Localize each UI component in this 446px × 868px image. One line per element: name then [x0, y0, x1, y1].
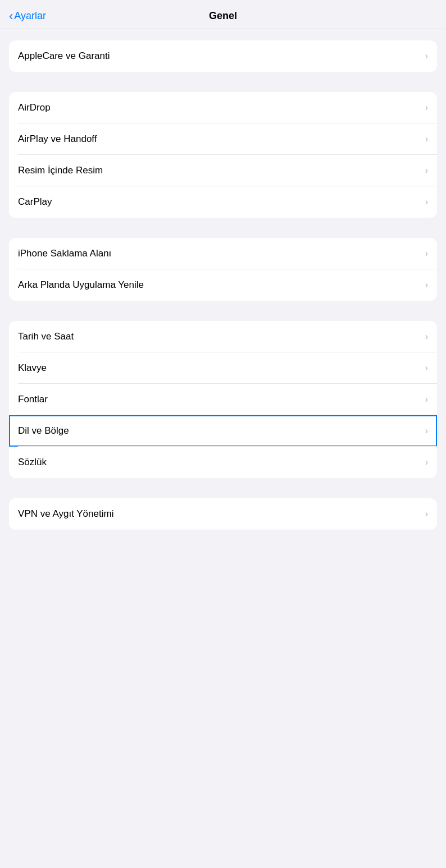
- label-dil-bolge: Dil ve Bölge: [18, 425, 69, 437]
- header: ‹ Ayarlar Genel: [0, 0, 446, 29]
- page-title: Genel: [209, 10, 237, 22]
- row-fontlar[interactable]: Fontlar›: [9, 384, 437, 415]
- row-resim-icinde[interactable]: Resim İçinde Resim›: [9, 155, 437, 186]
- label-applecare: AppleCare ve Garanti: [18, 50, 110, 62]
- row-iphone-storage[interactable]: iPhone Saklama Alanı›: [9, 238, 437, 269]
- chevron-right-icon-iphone-storage: ›: [425, 249, 428, 259]
- label-sozluk: Sözlük: [18, 457, 47, 468]
- label-iphone-storage: iPhone Saklama Alanı: [18, 248, 111, 259]
- chevron-right-icon-airplay-handoff: ›: [425, 134, 428, 144]
- row-vpn[interactable]: VPN ve Aygıt Yönetimi›: [9, 498, 437, 530]
- row-klavye[interactable]: Klavye›: [9, 352, 437, 384]
- chevron-right-icon-background-refresh: ›: [425, 280, 428, 290]
- settings-content: AppleCare ve Garanti›AirDrop›AirPlay ve …: [0, 29, 446, 552]
- label-airdrop: AirDrop: [18, 102, 51, 113]
- chevron-right-icon-vpn: ›: [425, 509, 428, 519]
- chevron-right-icon-dil-bolge: ›: [425, 426, 428, 436]
- row-airplay-handoff[interactable]: AirPlay ve Handoff›: [9, 123, 437, 155]
- label-vpn: VPN ve Aygıt Yönetimi: [18, 508, 113, 520]
- back-label: Ayarlar: [14, 10, 46, 22]
- section-vpn-section: VPN ve Aygıt Yönetimi›: [9, 498, 437, 530]
- section-settings-section: Tarih ve Saat›Klavye›Fontlar›Dil ve Bölg…: [9, 321, 437, 478]
- row-dil-bolge[interactable]: Dil ve Bölge›: [9, 415, 437, 447]
- label-background-refresh: Arka Planda Uygulama Yenile: [18, 279, 144, 291]
- label-carplay: CarPlay: [18, 196, 52, 208]
- label-resim-icinde: Resim İçinde Resim: [18, 165, 103, 176]
- row-applecare[interactable]: AppleCare ve Garanti›: [9, 40, 437, 72]
- section-applecare-section: AppleCare ve Garanti›: [9, 40, 437, 72]
- section-storage-section: iPhone Saklama Alanı›Arka Planda Uygulam…: [9, 238, 437, 301]
- label-airplay-handoff: AirPlay ve Handoff: [18, 134, 97, 145]
- label-tarih-saat: Tarih ve Saat: [18, 331, 74, 342]
- row-airdrop[interactable]: AirDrop›: [9, 92, 437, 123]
- back-chevron-icon: ‹: [9, 10, 13, 22]
- chevron-right-icon-klavye: ›: [425, 363, 428, 373]
- chevron-right-icon-resim-icinde: ›: [425, 166, 428, 176]
- row-carplay[interactable]: CarPlay›: [9, 186, 437, 218]
- label-fontlar: Fontlar: [18, 394, 48, 405]
- row-sozluk[interactable]: Sözlük›: [9, 447, 437, 478]
- label-klavye: Klavye: [18, 362, 47, 374]
- back-button[interactable]: ‹ Ayarlar: [9, 10, 46, 22]
- chevron-right-icon-applecare: ›: [425, 51, 428, 61]
- chevron-right-icon-airdrop: ›: [425, 103, 428, 113]
- chevron-right-icon-carplay: ›: [425, 197, 428, 207]
- chevron-right-icon-fontlar: ›: [425, 394, 428, 405]
- chevron-right-icon-tarih-saat: ›: [425, 332, 428, 342]
- chevron-right-icon-sozluk: ›: [425, 457, 428, 467]
- row-background-refresh[interactable]: Arka Planda Uygulama Yenile›: [9, 269, 437, 301]
- row-tarih-saat[interactable]: Tarih ve Saat›: [9, 321, 437, 352]
- section-connectivity-section: AirDrop›AirPlay ve Handoff›Resim İçinde …: [9, 92, 437, 218]
